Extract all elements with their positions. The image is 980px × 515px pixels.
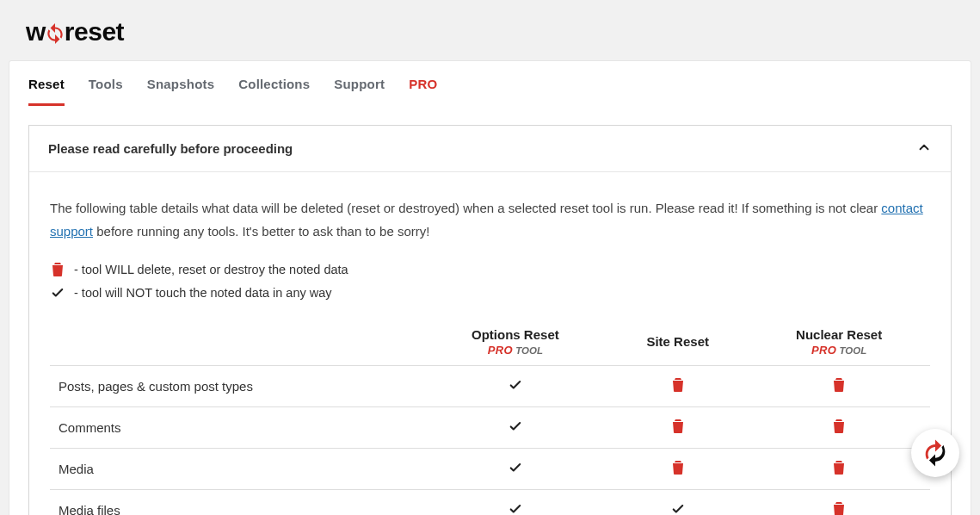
- row-value: [748, 365, 930, 406]
- trash-icon: [833, 502, 845, 515]
- row-value: [607, 406, 748, 448]
- check-icon: [509, 379, 521, 391]
- row-label: Comments: [50, 406, 423, 448]
- intro-after: before running any tools. It's better to…: [93, 224, 429, 239]
- legend-delete-text: - tool WILL delete, reset or destroy the…: [74, 258, 348, 282]
- brand-text-left: w: [26, 17, 46, 47]
- legend-keep-text: - tool will NOT touch the noted data in …: [74, 282, 332, 305]
- main-panel: ResetToolsSnapshotsCollectionsSupportPRO…: [9, 60, 971, 515]
- table-row: Media files: [50, 489, 930, 515]
- check-icon: [672, 503, 684, 515]
- row-label: Media: [50, 448, 423, 489]
- row-value: [423, 489, 608, 515]
- legend-keep-row: - tool will NOT touch the noted data in …: [50, 282, 930, 305]
- check-icon: [509, 503, 521, 515]
- row-label: Posts, pages & custom post types: [50, 365, 423, 406]
- row-value: [423, 406, 608, 448]
- warning-accordion: Please read carefully before proceeding …: [28, 125, 952, 515]
- tab-collections[interactable]: Collections: [238, 77, 310, 106]
- trash-icon: [833, 378, 845, 392]
- col-header: Options ResetPRO TOOL: [423, 327, 608, 366]
- row-value: [607, 489, 748, 515]
- row-value: [748, 489, 930, 515]
- logo-row: w reset: [0, 0, 980, 60]
- brand-logo: w reset: [26, 17, 124, 47]
- legend: - tool WILL delete, reset or destroy the…: [50, 258, 930, 305]
- comparison-table: Options ResetPRO TOOLSite ResetNuclear R…: [50, 327, 930, 515]
- intro-before: The following table details what data wi…: [50, 201, 881, 215]
- check-icon: [50, 287, 65, 299]
- col-header: Nuclear ResetPRO TOOL: [748, 327, 930, 366]
- col-header: Site Reset: [607, 327, 748, 366]
- chevron-up-icon: [916, 140, 932, 158]
- accordion-title: Please read carefully before proceeding: [48, 141, 293, 156]
- tab-support[interactable]: Support: [334, 77, 385, 106]
- table-row: Media: [50, 448, 930, 489]
- col-header-empty: [50, 327, 423, 366]
- trash-icon: [833, 419, 845, 433]
- tabs: ResetToolsSnapshotsCollectionsSupportPRO: [9, 61, 971, 106]
- intro-text: The following table details what data wi…: [50, 196, 930, 243]
- tab-pro[interactable]: PRO: [409, 77, 437, 106]
- row-value: [748, 448, 930, 489]
- accordion-header[interactable]: Please read carefully before proceeding: [29, 126, 951, 172]
- check-icon: [509, 462, 521, 474]
- row-value: [423, 365, 608, 406]
- legend-delete-row: - tool WILL delete, reset or destroy the…: [50, 258, 930, 282]
- floating-refresh-button[interactable]: [911, 429, 959, 477]
- row-value: [748, 406, 930, 448]
- check-icon: [509, 420, 521, 432]
- row-value: [607, 365, 748, 406]
- trash-icon: [672, 461, 684, 475]
- tab-snapshots[interactable]: Snapshots: [147, 77, 214, 106]
- refresh-icon: [44, 22, 66, 45]
- trash-icon: [833, 461, 845, 475]
- table-row: Posts, pages & custom post types: [50, 365, 930, 406]
- trash-icon: [50, 263, 65, 276]
- tab-reset[interactable]: Reset: [28, 77, 65, 106]
- trash-icon: [672, 378, 684, 392]
- row-value: [423, 448, 608, 489]
- row-value: [607, 448, 748, 489]
- table-row: Comments: [50, 406, 930, 448]
- accordion-body: The following table details what data wi…: [29, 172, 951, 515]
- tab-tools[interactable]: Tools: [89, 77, 123, 106]
- trash-icon: [672, 419, 684, 433]
- brand-text-right: reset: [65, 17, 124, 47]
- row-label: Media files: [50, 489, 423, 515]
